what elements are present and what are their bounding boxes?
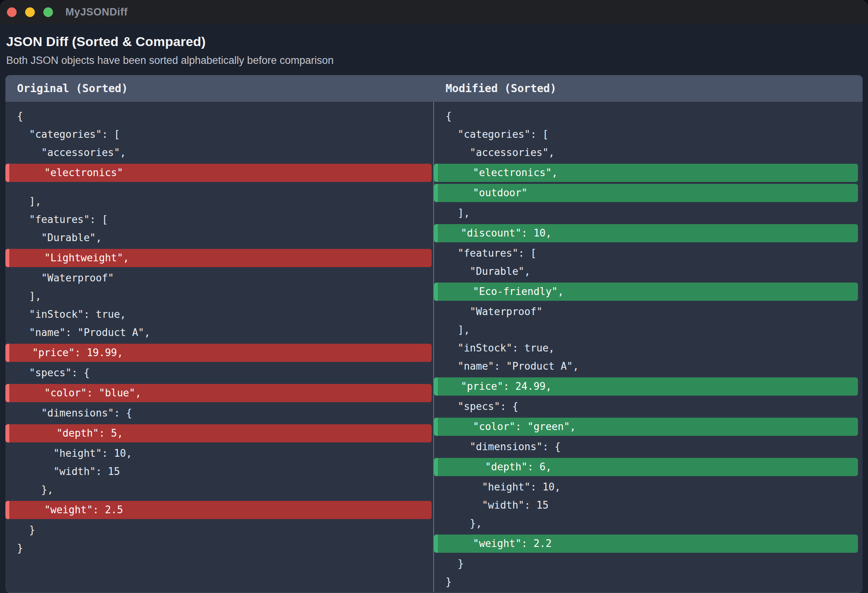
code-line: "inStock": true, bbox=[434, 339, 863, 357]
diff-row-added: "color": "green", bbox=[434, 418, 858, 436]
code-line: } bbox=[434, 555, 863, 573]
diff-row-removed: "electronics" bbox=[5, 164, 432, 182]
minimize-button[interactable] bbox=[25, 7, 35, 17]
diff-row-added: "weight": 2.2 bbox=[434, 535, 858, 553]
code-line: "accessories", bbox=[434, 144, 863, 162]
diff-row-removed: "color": "blue", bbox=[5, 384, 432, 402]
modified-pane[interactable]: { "categories": [ "accessories", "electr… bbox=[434, 102, 863, 593]
code-line: "specs": { bbox=[434, 398, 863, 416]
code-line: { bbox=[434, 107, 863, 125]
diff-row-added: "outdoor" bbox=[434, 184, 858, 202]
code-line: ], bbox=[434, 204, 863, 222]
code-line: } bbox=[5, 539, 433, 557]
code-line: ], bbox=[5, 287, 433, 305]
code-line: "specs": { bbox=[5, 364, 433, 382]
diff-row-added: "Eco-friendly", bbox=[434, 283, 858, 301]
code-line: "categories": [ bbox=[5, 125, 433, 144]
diff-row-added: "discount": 10, bbox=[434, 224, 858, 242]
app-window: MyJSONDiff JSON Diff (Sorted & Compared)… bbox=[0, 0, 868, 593]
page-subtitle: Both JSON objects have been sorted alpha… bbox=[6, 55, 862, 67]
code-line: "height": 10, bbox=[5, 444, 433, 463]
code-line: "inStock": true, bbox=[5, 305, 433, 324]
diff-row-removed: "Lightweight", bbox=[5, 249, 432, 267]
code-line: { bbox=[5, 107, 433, 125]
diff-row-added: "depth": 6, bbox=[434, 458, 858, 476]
code-line: } bbox=[434, 573, 863, 591]
code-line: "features": [ bbox=[5, 211, 433, 229]
code-line: "height": 10, bbox=[434, 478, 863, 496]
code-line: "width": 15 bbox=[5, 463, 433, 481]
code-line: }, bbox=[434, 514, 863, 533]
code-line: ], bbox=[434, 321, 863, 339]
original-panel-title: Original (Sorted) bbox=[5, 75, 434, 102]
code-line: "categories": [ bbox=[434, 125, 863, 144]
diff-body: { "categories": [ "accessories", "electr… bbox=[5, 102, 863, 593]
diff-spacer bbox=[5, 184, 433, 192]
diff-container: Original (Sorted) Modified (Sorted) { "c… bbox=[5, 75, 863, 593]
code-line: "Waterproof" bbox=[434, 303, 863, 321]
code-line: "dimensions": { bbox=[434, 438, 863, 456]
code-line: } bbox=[5, 521, 433, 539]
code-line: "dimensions": { bbox=[5, 404, 433, 422]
code-line: "name": "Product A", bbox=[5, 324, 433, 342]
zoom-button[interactable] bbox=[43, 7, 53, 17]
diff-row-added: "price": 24.99, bbox=[434, 377, 858, 396]
code-line: "accessories", bbox=[5, 144, 433, 162]
diff-row-removed: "weight": 2.5 bbox=[5, 501, 432, 519]
page-header: JSON Diff (Sorted & Compared) Both JSON … bbox=[0, 24, 868, 67]
code-line: "features": [ bbox=[434, 244, 863, 262]
titlebar: MyJSONDiff bbox=[0, 0, 868, 24]
code-line: "Durable", bbox=[434, 262, 863, 281]
close-button[interactable] bbox=[7, 7, 17, 17]
modified-panel-title: Modified (Sorted) bbox=[434, 75, 863, 102]
traffic-lights bbox=[7, 7, 53, 17]
window-title: MyJSONDiff bbox=[65, 6, 128, 18]
page-title: JSON Diff (Sorted & Compared) bbox=[6, 34, 862, 49]
code-line: "Durable", bbox=[5, 229, 433, 247]
code-line: ], bbox=[5, 192, 433, 211]
diff-row-removed: "depth": 5, bbox=[5, 424, 432, 442]
code-line: "Waterproof" bbox=[5, 269, 433, 287]
code-line: "name": "Product A", bbox=[434, 357, 863, 375]
original-pane[interactable]: { "categories": [ "accessories", "electr… bbox=[5, 102, 434, 593]
diff-header: Original (Sorted) Modified (Sorted) bbox=[5, 75, 863, 102]
diff-row-added: "electronics", bbox=[434, 164, 858, 182]
diff-row-removed: "price": 19.99, bbox=[5, 344, 432, 362]
code-line: "width": 15 bbox=[434, 496, 863, 514]
code-line: }, bbox=[5, 481, 433, 499]
